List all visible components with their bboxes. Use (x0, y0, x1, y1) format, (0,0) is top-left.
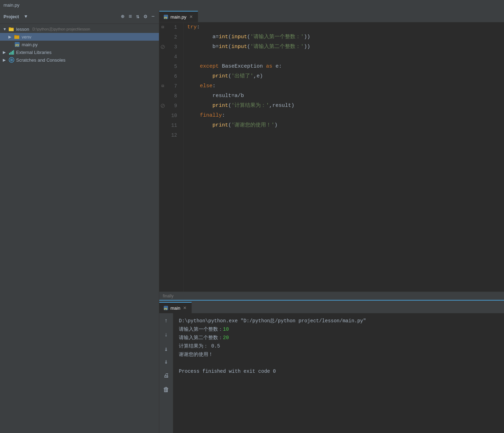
line-num-6: 6 (166, 71, 180, 81)
svg-line-19 (161, 104, 164, 107)
arrow-icon: ▶ (3, 50, 7, 55)
code-editor[interactable]: ⊟ ⊟ (159, 22, 504, 291)
sidebar-item-external-libraries[interactable]: ▶ External Libraries (0, 48, 159, 56)
svg-text:py: py (164, 16, 168, 19)
tab-label: main.py (170, 14, 187, 20)
trash-button[interactable]: 🗑 (161, 385, 171, 394)
keyword-finally: finally (200, 111, 222, 121)
editor-status-bar: finally (159, 291, 504, 300)
venv-label: venv (22, 34, 31, 40)
console-line-command: D:\python\python.exe "D:/python总/python … (179, 317, 498, 325)
line-num-1: 1 (166, 22, 180, 32)
code-line-4 (187, 52, 500, 62)
lesson-path: D:\python总\python project\lesson (33, 27, 90, 32)
main-layout: Project ▼ ⊕ ≡ ⇅ ⚙ − ▼ lesson D:\python总\… (0, 10, 504, 433)
editor-tab-bar: py main.py ✕ (159, 10, 504, 22)
code-line-12 (187, 130, 500, 140)
editor-console-split: py main.py ✕ ⊟ (159, 10, 504, 433)
sidebar-title: Project (4, 14, 19, 19)
keyword-except: except (200, 62, 219, 71)
svg-line-17 (161, 46, 164, 48)
settings-icon[interactable]: ⚙ (143, 13, 148, 20)
gutter-line-9 (159, 101, 166, 111)
bar-chart-icon (9, 49, 14, 55)
sidebar-item-venv[interactable]: ▶ venv (0, 33, 159, 41)
minimize-icon[interactable]: − (150, 13, 155, 20)
fold-marker-1[interactable]: ⊟ (161, 22, 164, 32)
console-tab-main[interactable]: py main ✕ (159, 302, 192, 313)
svg-rect-11 (13, 50, 14, 55)
gutter-line-5 (159, 62, 166, 71)
tab-main-py[interactable]: py main.py ✕ (159, 11, 198, 22)
scratches-icon (9, 57, 14, 63)
sidebar-item-main-py[interactable]: py main.py (0, 41, 159, 48)
console-line-blank (179, 359, 498, 367)
line-num-10: 10 (166, 111, 180, 121)
line-num-8: 8 (166, 91, 180, 101)
console-tab-bar: py main ✕ (159, 301, 504, 313)
code-content[interactable]: try: a=int(input('请输入第一个整数：')) b=int(inp… (184, 22, 504, 291)
code-gutter: ⊟ ⊟ (159, 22, 166, 291)
console-line-thanks: 谢谢您的使用！ (179, 350, 498, 359)
line-numbers: 1 2 3 4 5 6 7 8 9 10 11 12 (166, 22, 184, 291)
editor-status-text: finally (163, 294, 174, 298)
svg-point-13 (10, 59, 13, 61)
gutter-line-8 (159, 91, 166, 101)
add-icon[interactable]: ⊕ (120, 13, 125, 20)
chevron-down-icon[interactable]: ▼ (24, 14, 28, 20)
svg-rect-2 (9, 27, 11, 28)
code-line-2: a=int(input('请输入第一个整数：')) (187, 32, 500, 42)
list-icon[interactable]: ≡ (128, 13, 133, 20)
collapse-icon[interactable]: ⇅ (135, 13, 140, 20)
arrow-icon: ▶ (8, 35, 13, 39)
svg-rect-10 (12, 51, 13, 55)
console-line-process: Process finished with exit code 0 (179, 367, 498, 376)
title-bar-text: main.py (4, 2, 20, 8)
gutter-line-12 (159, 130, 166, 140)
breakpoint-marker-3 (161, 45, 165, 49)
external-libraries-label: External Libraries (16, 50, 51, 55)
console-output: D:\python\python.exe "D:/python总/python … (173, 313, 504, 433)
gutter-line-10 (159, 111, 166, 121)
title-bar: main.py (0, 0, 504, 10)
svg-text:py: py (15, 43, 19, 47)
console-line-input2: 请输入第二个整数：20 (179, 334, 498, 342)
console-content: ↑ ↓ ⇓ ⇓ 🖨 🗑 D:\python\python.exe "D:/pyt… (159, 313, 504, 433)
line-num-4: 4 (166, 52, 180, 62)
line-num-9: 9 (166, 101, 180, 111)
scroll-up-button[interactable]: ↑ (161, 316, 171, 326)
scroll-to-end-button[interactable]: ⇓ (161, 344, 171, 354)
sidebar-item-lesson[interactable]: ▼ lesson D:\python总\python project\lesso… (0, 25, 159, 33)
python-tab-icon: py (163, 14, 168, 19)
arrow-icon: ▼ (3, 27, 7, 31)
sidebar-item-scratches[interactable]: ▶ Scratches and Consoles (0, 56, 159, 64)
console-line-input1: 请输入第一个整数：10 (179, 325, 498, 334)
svg-text:py: py (164, 307, 168, 310)
svg-rect-5 (14, 35, 16, 36)
keyword-else: else (200, 81, 212, 91)
folder-icon (9, 26, 14, 32)
gutter-line-7: ⊟ (159, 81, 166, 91)
code-line-11: print('谢谢您的使用！') (187, 121, 500, 130)
code-line-3: b=int(input('请输入第二个整数：')) (187, 42, 500, 52)
lesson-label: lesson (16, 27, 29, 32)
svg-rect-9 (10, 52, 12, 55)
code-line-6: print('出错了',e) (187, 71, 500, 81)
gutter-line-11 (159, 121, 166, 130)
print-button[interactable]: 🖨 (161, 371, 171, 380)
fold-marker-7[interactable]: ⊟ (161, 81, 164, 91)
line-num-2: 2 (166, 32, 180, 42)
console-panel: py main ✕ ↑ ↓ ⇓ ⇓ 🖨 🗑 D:\py (159, 300, 504, 433)
console-tab-close[interactable]: ✕ (182, 305, 187, 310)
gutter-line-1: ⊟ (159, 22, 166, 32)
folder-orange-icon (14, 34, 20, 40)
svg-rect-4 (14, 36, 19, 39)
code-line-5: except BaseException as e: (187, 62, 500, 71)
code-line-1: try: (187, 22, 500, 32)
scroll-to-end2-button[interactable]: ⇓ (161, 357, 171, 366)
keyword-try: try (187, 22, 197, 32)
scroll-down-button[interactable]: ↓ (161, 330, 171, 340)
tab-close-button[interactable]: ✕ (189, 14, 194, 19)
gutter-line-2 (159, 32, 166, 42)
gutter-line-4 (159, 52, 166, 62)
